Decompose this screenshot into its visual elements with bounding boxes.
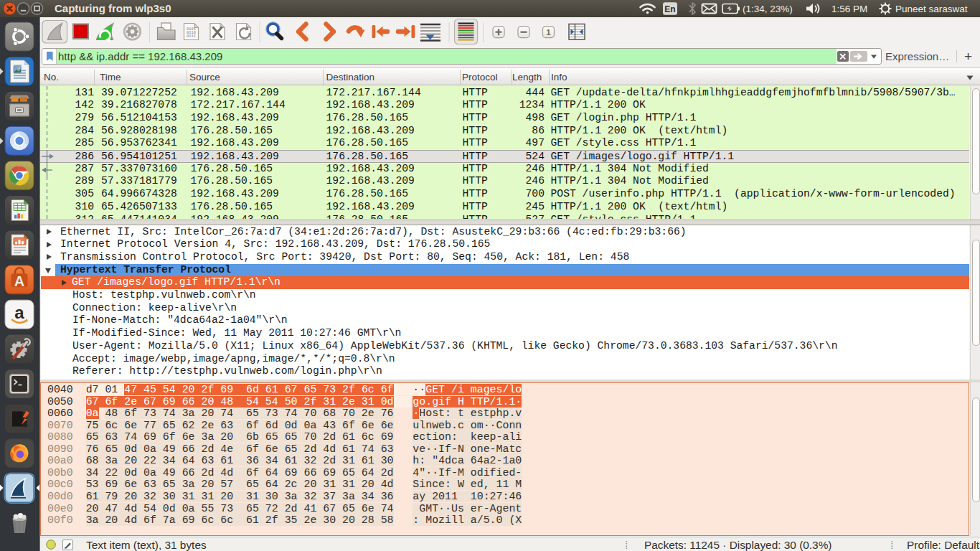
svg-text:1: 1 [546,28,551,37]
svg-text:0111: 0111 [187,34,196,39]
svg-text:A: A [14,273,24,289]
svg-text:a: a [14,303,24,322]
svg-text:En: En [664,4,675,14]
